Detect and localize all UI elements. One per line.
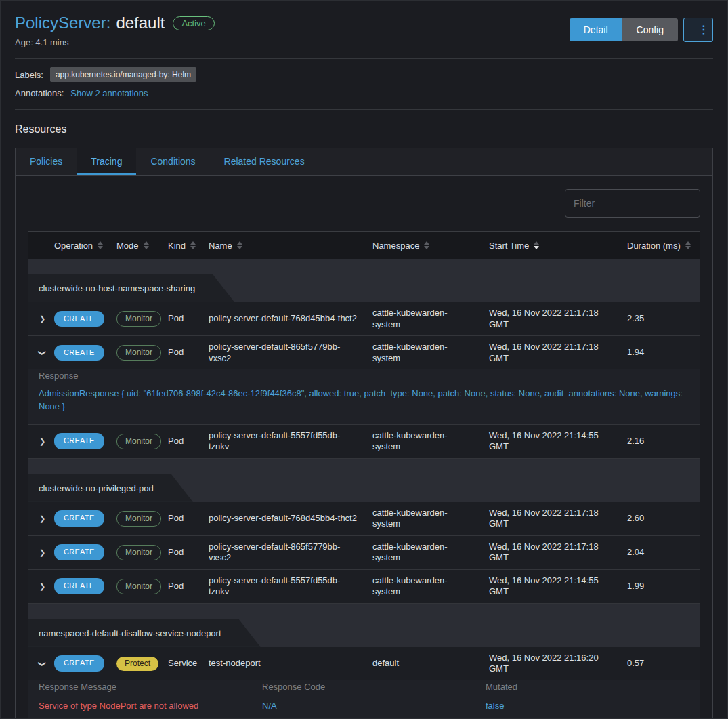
trace-row[interactable]: ❯CREATEMonitorPodpolicy-server-default-5…	[28, 570, 700, 603]
kind-cell: Pod	[163, 313, 203, 324]
expander-cell: ❯	[28, 513, 49, 524]
tracing-tab-content: OperationModeKindNameNamespaceStart Time…	[16, 176, 712, 719]
column-header-label: Duration (ms)	[627, 241, 681, 251]
trace-entry: ❯CREATEMonitorPodpolicy-server-default-5…	[28, 570, 700, 604]
row-detail-response: ResponseAdmissionResponse { uid: "61fed7…	[28, 369, 700, 424]
group-header: namespaced-default-disallow-service-node…	[28, 604, 700, 647]
kebab-menu-button[interactable]: ⋮	[683, 18, 713, 42]
expander-cell: ❯	[28, 436, 49, 447]
column-header-start-time[interactable]: Start Time	[484, 232, 622, 259]
tab-policies[interactable]: Policies	[16, 148, 77, 175]
show-annotations-link[interactable]: Show 2 annotations	[70, 88, 148, 98]
namespace-cell: cattle-kubewarden-system	[367, 575, 484, 598]
mode-cell: Monitor	[111, 434, 163, 449]
page-title: PolicyServer: default Active	[15, 14, 215, 33]
kind-cell: Service	[163, 658, 203, 669]
trace-row[interactable]: ❯CREATEMonitorPodpolicy-server-default-7…	[28, 502, 700, 535]
column-header-name[interactable]: Name	[203, 232, 367, 259]
column-header-mode[interactable]: Mode	[111, 232, 163, 259]
expander-chevron-icon[interactable]: ❯	[39, 514, 45, 524]
trace-row[interactable]: ❯CREATEMonitorPodpolicy-server-default-7…	[28, 302, 700, 335]
kind-cell: Pod	[163, 547, 203, 558]
annotations-row: Annotations: Show 2 annotations	[15, 88, 713, 98]
trace-row[interactable]: ❯CREATEMonitorPodpolicy-server-default-8…	[28, 536, 700, 569]
group-header: clusterwide-no-host-namespace-sharing	[28, 259, 700, 302]
label-badge: app.kubernetes.io/managed-by: Helm	[50, 67, 196, 82]
expander-chevron-icon[interactable]: ❯	[39, 548, 45, 558]
operation-cell: CREATE	[49, 510, 111, 527]
tab-tracing[interactable]: Tracing	[77, 148, 136, 175]
duration-cell: 0.57	[622, 658, 700, 669]
sort-icon	[98, 241, 103, 249]
trace-entry: ❯CREATEMonitorPodpolicy-server-default-5…	[28, 425, 700, 459]
sort-icon	[424, 241, 429, 249]
kebab-menu-icon: ⋮	[698, 24, 709, 35]
column-header-kind[interactable]: Kind	[163, 232, 203, 259]
labels-label: Labels:	[15, 70, 43, 80]
sort-icon	[190, 241, 196, 249]
name-cell: policy-server-default-865f5779bb-vxsc2	[203, 342, 367, 364]
trace-row[interactable]: ❯CREATEMonitorPodpolicy-server-default-5…	[28, 425, 700, 458]
resources-heading: Resources	[15, 123, 713, 136]
field-label: Mutated	[486, 682, 686, 692]
column-header-label: Kind	[168, 241, 186, 251]
trace-row[interactable]: ❯CREATEMonitorPodpolicy-server-default-8…	[28, 336, 700, 369]
group-title: namespaced-default-disallow-service-node…	[28, 619, 261, 647]
duration-cell: 1.94	[622, 347, 700, 358]
kind-cell: Pod	[163, 581, 203, 592]
mode-cell: Monitor	[111, 511, 163, 527]
column-header-label: Mode	[116, 241, 139, 251]
mode-cell: Monitor	[111, 579, 163, 594]
expander-chevron-icon[interactable]: ❯	[38, 661, 47, 667]
annotations-label: Annotations:	[15, 88, 64, 98]
column-header-operation[interactable]: Operation	[49, 232, 111, 259]
resource-kind-label: PolicyServer:	[15, 14, 110, 33]
detail-field: Response MessageService of type NodePort…	[39, 682, 262, 713]
column-header-duration-ms[interactable]: Duration (ms)	[622, 232, 700, 259]
age-text: Age: 4.1 mins	[15, 37, 215, 47]
filter-row	[28, 189, 700, 218]
mode-badge: Monitor	[116, 345, 161, 361]
group-title: clusterwide-no-host-namespace-sharing	[28, 274, 234, 302]
field-value: N/A	[262, 700, 486, 713]
operation-badge: CREATE	[54, 510, 104, 527]
tab-bar: PoliciesTracingConditionsRelated Resourc…	[16, 148, 712, 176]
expander-chevron-icon[interactable]: ❯	[38, 350, 47, 356]
kind-cell: Pod	[163, 347, 203, 358]
field-label: Response Code	[262, 682, 486, 692]
column-header-namespace[interactable]: Namespace	[367, 232, 484, 259]
operation-cell: CREATE	[49, 544, 111, 560]
group-header: clusterwide-no-privileged-pod	[28, 459, 700, 502]
tab-conditions[interactable]: Conditions	[136, 148, 209, 175]
group-title: clusterwide-no-privileged-pod	[28, 474, 193, 502]
start-time-cell: Wed, 16 Nov 2022 21:17:18 GMT	[484, 342, 622, 364]
sort-icon	[534, 241, 539, 249]
operation-cell: CREATE	[49, 345, 111, 361]
expander-chevron-icon[interactable]: ❯	[39, 314, 45, 324]
sort-icon	[144, 241, 149, 249]
expander-chevron-icon[interactable]: ❯	[39, 582, 45, 592]
trace-row[interactable]: ❯CREATEProtectServicetest-nodeportdefaul…	[28, 647, 700, 680]
trace-table: OperationModeKindNameNamespaceStart Time…	[28, 231, 700, 719]
mode-badge: Monitor	[116, 511, 161, 527]
detail-button[interactable]: Detail	[570, 18, 622, 41]
mode-cell: Monitor	[111, 345, 163, 361]
sort-icon	[237, 241, 242, 249]
expander-chevron-icon[interactable]: ❯	[39, 437, 45, 447]
namespace-cell: cattle-kubewarden-system	[367, 308, 484, 330]
operation-cell: CREATE	[49, 311, 111, 327]
resources-card: PoliciesTracingConditionsRelated Resourc…	[15, 148, 713, 719]
start-time-cell: Wed, 16 Nov 2022 21:17:18 GMT	[484, 541, 622, 564]
name-cell: policy-server-default-865f5779bb-vxsc2	[203, 541, 367, 564]
config-button[interactable]: Config	[622, 18, 678, 41]
namespace-cell: cattle-kubewarden-system	[367, 508, 484, 530]
tab-related-resources[interactable]: Related Resources	[210, 148, 319, 175]
filter-input[interactable]	[565, 189, 700, 218]
field-value: Service of type NodePort are not allowed	[39, 700, 262, 713]
row-detail-fields: Response MessageService of type NodePort…	[28, 680, 700, 719]
name-cell: test-nodeport	[203, 658, 367, 669]
operation-badge: CREATE	[54, 578, 104, 594]
trace-entry: ❯CREATEMonitorPodpolicy-server-default-8…	[28, 536, 700, 570]
trace-entry: ❯CREATEMonitorPodpolicy-server-default-7…	[28, 502, 700, 536]
mode-cell: Monitor	[111, 545, 163, 560]
